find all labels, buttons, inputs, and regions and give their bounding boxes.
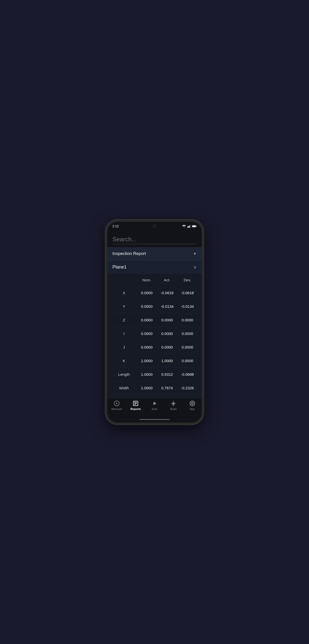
bottom-nav: Measure Reports Auto: [107, 398, 202, 416]
battery-icon: [192, 225, 197, 228]
plane1-header[interactable]: Plane1 ∨: [107, 260, 202, 274]
svg-marker-14: [153, 402, 157, 405]
nav-item-reports[interactable]: Reports: [126, 400, 145, 410]
row-nom: 1.0000: [137, 372, 157, 376]
table-row: K 1.0000 1.0000 0.0000: [111, 354, 198, 368]
row-nom: 0.0000: [137, 304, 157, 309]
svg-line-24: [193, 402, 195, 403]
svg-line-21: [190, 402, 192, 403]
nav-item-auto[interactable]: Auto: [145, 400, 164, 410]
col-header-dev: Dev.: [177, 278, 198, 282]
inspection-report-header[interactable]: Inspection Report ▼: [107, 247, 202, 260]
row-label: X: [111, 291, 137, 295]
row-label: Width: [111, 386, 137, 390]
phone-inner: 2:12: [107, 222, 202, 423]
svg-point-18: [192, 403, 193, 404]
svg-line-23: [190, 404, 192, 405]
table-row: Y 0.0000 -0.0134 -0.0134: [111, 300, 198, 313]
row-label: I: [111, 331, 137, 336]
inspection-report-title: Inspection Report: [112, 251, 146, 256]
row-nom: 1.0000: [137, 386, 157, 390]
table-row: Z 0.0000 0.0000 0.0000: [111, 313, 198, 327]
row-nom: 0.0000: [137, 318, 157, 322]
row-dev: -0.2326: [177, 386, 198, 390]
row-dev: -0.0134: [177, 304, 198, 309]
row-label: J: [111, 345, 137, 349]
svg-rect-3: [190, 225, 191, 228]
row-act: -0.0134: [157, 304, 177, 309]
nav-label-auto: Auto: [152, 407, 158, 410]
row-act: 0.9312: [157, 372, 177, 376]
svg-rect-6: [192, 225, 195, 227]
nav-label-build: Build: [170, 407, 176, 410]
nav-item-measure[interactable]: Measure: [107, 400, 126, 410]
row-label: Z: [111, 318, 137, 322]
row-dev: -0.0688: [177, 372, 198, 376]
phone-frame: 2:12: [105, 220, 204, 425]
row-act: 0.0000: [157, 345, 177, 349]
scroll-area[interactable]: Plane1 ∨ Nom. Act. Dev. X 0.0000 -0.061: [107, 260, 202, 398]
svg-marker-9: [116, 402, 118, 404]
plane1-title: Plane1: [112, 264, 127, 270]
status-icons: [182, 225, 197, 228]
measure-icon: [114, 400, 120, 406]
row-label: Length: [111, 372, 137, 376]
svg-line-22: [193, 404, 195, 405]
search-container: [107, 231, 202, 247]
row-act: 0.0000: [157, 318, 177, 322]
row-dev: 0.0000: [177, 345, 198, 349]
row-act: 0.7674: [157, 386, 177, 390]
app-icon: [189, 400, 195, 406]
nav-label-reports: Reports: [130, 407, 141, 410]
table-row: Width 1.0000 0.7674 -0.2326: [111, 381, 198, 395]
auto-icon: [151, 400, 158, 406]
table-row: X 0.0000 -0.0618 -0.0618: [111, 286, 198, 300]
svg-rect-0: [187, 226, 188, 228]
nav-label-measure: Measure: [111, 407, 122, 410]
svg-rect-7: [196, 225, 197, 226]
col-header-act: Act.: [157, 278, 177, 282]
inspection-chevron-icon: ▼: [193, 252, 197, 256]
row-dev: -0.0618: [177, 291, 198, 295]
row-act: -0.0618: [157, 291, 177, 295]
nav-item-app[interactable]: App: [183, 400, 202, 410]
table-rows-container: X 0.0000 -0.0618 -0.0618 Y 0.0000 -0.013…: [111, 286, 198, 398]
row-label: Y: [111, 304, 137, 309]
plane1-chevron-icon: ∨: [194, 265, 197, 270]
row-nom: 0.0000: [137, 331, 157, 336]
table-header-row: Nom. Act. Dev.: [111, 276, 198, 286]
wifi-icon: [182, 225, 186, 228]
row-nom: 0.0000: [137, 345, 157, 349]
table-row: Flatness - - 0.0000: [111, 395, 198, 398]
row-dev: 0.0000: [177, 359, 198, 363]
reports-icon: [133, 400, 139, 406]
status-bar: 2:12: [107, 222, 202, 231]
row-dev: 0.0000: [177, 331, 198, 336]
col-header-label: [111, 278, 137, 282]
svg-rect-1: [188, 226, 189, 228]
row-act: 0.0000: [157, 331, 177, 336]
svg-rect-2: [189, 225, 190, 228]
camera-cutout: [153, 225, 156, 228]
row-nom: 0.0000: [137, 291, 157, 295]
main-content: Inspection Report ▼ Plane1 ∨ Nom. Act.: [107, 231, 202, 423]
build-icon: [170, 400, 176, 406]
table-row: I 0.0000 0.0000 0.0000: [111, 327, 198, 340]
nav-item-build[interactable]: Build: [164, 400, 183, 410]
signal-icon: [187, 225, 191, 228]
row-nom: 1.0000: [137, 359, 157, 363]
home-indicator: [107, 416, 202, 423]
row-act: 1.0000: [157, 359, 177, 363]
col-header-nom: Nom.: [137, 278, 157, 282]
row-label: K: [111, 359, 137, 363]
row-dev: 0.0000: [177, 318, 198, 322]
table-row: Length 1.0000 0.9312 -0.0688: [111, 368, 198, 381]
plane1-table: Nom. Act. Dev. X 0.0000 -0.0618 -0.0618 …: [107, 274, 202, 398]
table-row: J 0.0000 0.0000 0.0000: [111, 340, 198, 354]
status-time: 2:12: [112, 224, 119, 228]
search-input[interactable]: [112, 235, 197, 244]
nav-label-app: App: [190, 407, 195, 410]
home-bar: [139, 419, 170, 420]
